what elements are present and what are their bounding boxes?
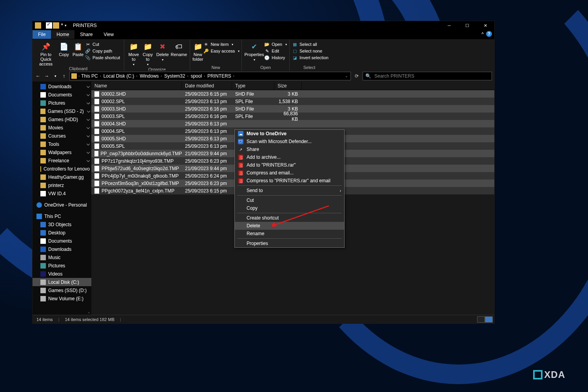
context-menu-item[interactable]: ↗Share [235,145,344,153]
context-menu-item[interactable]: ☁Move to OneDrive [235,130,344,138]
breadcrumb-segment[interactable]: Windows› [140,73,162,79]
delete-button[interactable]: ✖Delete▾ [155,41,171,62]
col-type[interactable]: Type [232,82,274,90]
cut-button[interactable]: ✂Cut [85,42,120,47]
sidebar-item[interactable]: HeathyGamer.gg [33,173,91,181]
context-menu-item[interactable]: 📕Add to archive... [235,153,344,161]
sidebar-item[interactable]: Downloads [33,82,91,91]
context-menu-item[interactable]: 📕Compress to "PRINTERS.rar" and email [235,177,344,185]
easy-access-button[interactable]: 🔑Easy access▾ [203,48,240,54]
nav-back-button[interactable]: ← [35,73,41,79]
sidebar-item[interactable]: Games (SSD - 2) [33,107,91,115]
view-details-button[interactable] [477,316,485,323]
sidebar-item[interactable]: Local Disk (C:) [33,278,91,286]
sidebar-item[interactable]: Courses [33,132,91,140]
new-item-button[interactable]: ✳New item▾ [203,42,240,47]
moveto-button[interactable]: 📁Move to▾ [127,41,141,67]
sidebar-item[interactable]: Freelance [33,156,91,165]
file-menu[interactable]: File [33,30,51,39]
sidebar-item[interactable]: Documents [33,237,91,245]
file-row[interactable]: 00002.SHD25/09/2023 6:15 pmSHD File3 KB [91,90,494,98]
ribbon-collapse-icon[interactable]: ^ [481,31,484,37]
column-headers[interactable]: Name Date modified Type Size [91,82,494,90]
context-menu-item[interactable]: Create shortcut [235,214,344,222]
nav-forward-button[interactable]: → [44,73,50,79]
navigation-pane[interactable]: ⌄ DownloadsDocumentsPictures›Games (SSD … [33,82,91,315]
context-menu-item[interactable]: 📕Add to "PRINTERS.rar" [235,161,344,169]
search-input[interactable]: 🔍 Search PRINTERS [363,72,492,80]
sidebar-item[interactable]: OneDrive - Personal [33,201,91,209]
pin-quickaccess-button[interactable]: 📌Pin to Quick access [35,41,57,66]
qat-dropdown-icon[interactable]: ▾ [65,24,67,27]
breadcrumb-segment[interactable]: System32› [164,73,188,79]
context-menu-item[interactable]: Cut [235,196,344,204]
sidebar-item[interactable]: Games (SSD) (D:) [33,286,91,294]
titlebar[interactable]: ▾ PRINTERS ─ ☐ ✕ [33,21,494,30]
pin-icon [86,134,90,138]
copy-button[interactable]: 📄Copy [57,41,71,57]
copyto-button[interactable]: 📁Copy to▾ [141,41,155,67]
view-tab[interactable]: View [98,30,119,39]
qat-newfolder-icon[interactable] [53,22,59,29]
context-menu-item[interactable]: Delete [235,222,344,230]
breadcrumb[interactable]: › This PC›Local Disk (C:)›Windows›System… [69,72,351,80]
help-icon[interactable]: ? [486,31,492,37]
select-all-button[interactable]: ▦Select all [292,42,328,47]
qat-properties-icon[interactable] [46,22,52,29]
sidebar-item[interactable]: Controllers for Lenovo [33,165,91,173]
sidebar-item[interactable]: Pictures› [33,99,91,107]
context-menu-item[interactable]: 📕Compress and email... [235,169,344,177]
history-button[interactable]: 🕘History [264,55,287,60]
home-tab[interactable]: Home [51,30,74,39]
sidebar-item[interactable]: New Volume (E:) [33,294,91,303]
edit-button[interactable]: ✎Edit [264,48,287,54]
paste-button[interactable]: 📋Paste [71,41,85,57]
sidebar-item[interactable]: printerz [33,181,91,189]
context-menu-item[interactable]: Send to› [235,187,344,194]
sidebar-item[interactable]: Desktop [33,229,91,237]
address-dropdown-icon[interactable]: ⌄ [345,74,348,78]
new-folder-button[interactable]: 📁New folder [192,41,203,62]
sidebar-item[interactable]: Movies [33,123,91,132]
open-button[interactable]: 📂Open▾ [264,42,287,47]
file-row[interactable]: 00003.SPL25/09/2023 6:16 pmSPL File66,83… [91,113,494,120]
breadcrumb-segment[interactable]: spool› [191,73,205,79]
context-menu-item[interactable]: Properties [235,240,344,247]
breadcrumb-segment[interactable]: This PC› [81,73,101,79]
sidebar-item[interactable]: Wallpapers [33,148,91,156]
sidebar-item[interactable]: Videos [33,270,91,278]
paste-shortcut-button[interactable]: 📎Paste shortcut [85,55,120,60]
sidebar-item[interactable]: Documents [33,91,91,99]
copy-path-button[interactable]: 🔗Copy path [85,48,120,54]
invert-selection-button[interactable]: ◪Invert selection [292,55,328,60]
col-name[interactable]: Name [91,82,182,90]
refresh-button[interactable]: ⟳ [353,73,360,79]
sidebar-item[interactable]: 3D Objects [33,220,91,229]
sidebar-item[interactable]: Music [33,253,91,261]
sidebar-item[interactable]: VW ID.4 [33,189,91,198]
col-size[interactable]: Size [274,82,302,90]
nav-up-button[interactable]: ↑ [61,73,67,79]
sidebar-item[interactable]: Pictures [33,261,91,270]
rename-button[interactable]: 🏷Rename [171,41,187,57]
sidebar-item[interactable]: Downloads [33,245,91,253]
context-menu-item[interactable]: Rename [235,230,344,238]
share-tab[interactable]: Share [74,30,98,39]
file-row[interactable]: 00002.SPL25/09/2023 6:13 pmSPL File1,538… [91,98,494,105]
col-date[interactable]: Date modified [182,82,232,90]
view-large-icons-button[interactable] [485,316,493,323]
breadcrumb-segment[interactable]: PRINTERS› [207,73,234,79]
select-none-button[interactable]: ▢Select none [292,48,328,54]
sidebar-item[interactable]: Tools [33,140,91,148]
properties-button[interactable]: ✔Properties▾ [244,41,264,62]
sidebar-item[interactable]: This PC [33,212,91,220]
close-button[interactable]: ✕ [476,21,494,30]
context-menu-item[interactable]: 🛡Scan with Microsoft Defender... [235,138,344,145]
scroll-indicator-icon[interactable]: ⌄ [87,310,91,314]
nav-recent-button[interactable]: ▾ [52,74,58,78]
maximize-button[interactable]: ☐ [458,21,476,30]
minimize-button[interactable]: ─ [440,21,458,30]
context-menu-item[interactable]: Copy [235,204,344,212]
sidebar-item[interactable]: Games (HDD) [33,115,91,123]
breadcrumb-segment[interactable]: Local Disk (C:)› [103,73,138,79]
